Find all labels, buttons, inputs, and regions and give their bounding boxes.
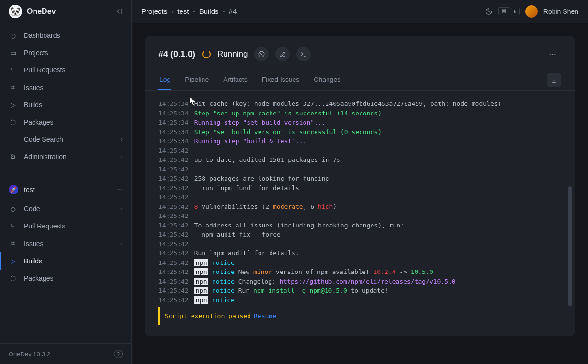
log-timestamp: 14:25:42	[158, 286, 189, 296]
log-timestamp: 14:25:42	[158, 202, 189, 212]
project-nav-code[interactable]: ◇Code›	[0, 200, 131, 217]
tab-pipeline[interactable]: Pipeline	[184, 70, 210, 90]
log-timestamp: 14:25:42	[158, 296, 189, 305]
chevron-right-icon: ›	[121, 240, 123, 247]
user-avatar[interactable]	[525, 5, 538, 18]
log-line: 14:25:42	[158, 165, 561, 174]
build-title: #4 (0.1.0)	[158, 49, 195, 59]
sidebar-item-builds[interactable]: ▷Builds	[0, 96, 131, 114]
terminal-button[interactable]	[296, 47, 311, 61]
crumb-section[interactable]: Builds	[199, 7, 219, 15]
log-text: Run `npm audit` for details.	[194, 249, 299, 258]
crumb-build-id: #4	[229, 7, 237, 15]
keyboard-shortcut-hint[interactable]: ⌘ k	[498, 7, 520, 15]
crumb-project[interactable]: test	[177, 7, 189, 15]
cancel-button[interactable]	[254, 47, 269, 61]
log-timestamp: 14:25:34	[158, 99, 189, 109]
build-header: #4 (0.1.0) Running ⋯	[145, 36, 575, 70]
collapse-sidebar-icon[interactable]	[114, 7, 123, 16]
log-timestamp: 14:25:34	[158, 118, 189, 127]
log-timestamp: 14:25:42	[158, 221, 189, 230]
tab-artifacts[interactable]: Artifacts	[222, 70, 249, 90]
log-line: 14:25:42	[158, 239, 561, 249]
project-nav-packages[interactable]: ⬡Packages	[0, 270, 131, 287]
project-more-icon[interactable]: ⋯	[117, 186, 123, 193]
crumb-projects[interactable]: Projects	[141, 7, 167, 15]
more-actions-button[interactable]: ⋯	[544, 47, 561, 61]
crumb-sep: •	[223, 7, 225, 15]
log-line: 14:25:42npm notice Run npm install -g np…	[158, 286, 561, 296]
log-timestamp: 14:25:42	[158, 193, 189, 202]
log-text: Step "set build version" is successful (…	[194, 127, 382, 137]
version-label: OneDev 10.3.2	[9, 351, 50, 358]
log-line: 14:25:42 run `npm fund` for details	[158, 183, 561, 193]
log-line: 14:25:42npm notice	[158, 258, 561, 268]
nav-label: Code	[24, 205, 40, 213]
main: Projects › test • Builds • #4 ⌘ k Robin …	[132, 0, 588, 364]
log-text: Hit cache (key: node_modules_327...2405a…	[194, 99, 502, 109]
nav-label: Dashboards	[24, 32, 60, 39]
log-timestamp: 14:25:34	[158, 109, 189, 118]
sidebar-item-administration[interactable]: ⚙Administration›	[0, 148, 131, 165]
chevron-right-icon: ›	[121, 136, 123, 143]
project-nav-issues[interactable]: ⌗Issues›	[0, 235, 131, 252]
log-line: 14:25:42npm notice Changelog: https://gi…	[158, 277, 561, 286]
key-cmd: ⌘	[498, 7, 509, 15]
log-text: Running step "build & test"...	[194, 136, 307, 146]
sidebar-item-packages[interactable]: ⬡Packages	[0, 114, 131, 131]
help-icon[interactable]: ?	[114, 350, 123, 358]
sidebar-item-projects[interactable]: ▭Projects	[0, 44, 131, 61]
log-line: 14:25:42up to date, audited 1561 package…	[158, 155, 561, 165]
theme-toggle-icon[interactable]	[485, 8, 493, 15]
project-header[interactable]: 🚀 test ⋯	[0, 179, 131, 200]
key-k: k	[511, 8, 520, 15]
log-text: npm audit fix --force	[194, 230, 281, 239]
log-line: 14:25:42To address all issues (including…	[158, 221, 561, 230]
resume-link[interactable]: Resume	[254, 312, 276, 319]
edit-button[interactable]	[275, 47, 290, 61]
log-text: 258 packages are looking for funding	[194, 174, 329, 183]
sidebar-item-pull-requests[interactable]: ⑂Pull Requests	[0, 61, 131, 79]
nav-label: Code Search	[24, 136, 63, 143]
project-nav-builds[interactable]: ▷Builds	[0, 252, 131, 270]
log-timestamp: 14:25:42	[158, 165, 189, 174]
nav-label: Packages	[24, 274, 53, 282]
log-line: 14:25:42npm notice New minor version of …	[158, 267, 561, 277]
log-timestamp: 14:25:42	[158, 277, 189, 286]
log-timestamp: 14:25:42	[158, 230, 189, 239]
nav-icon: ▷	[9, 101, 17, 109]
project-icon: 🚀	[9, 185, 18, 194]
log-timestamp: 14:25:42	[158, 249, 189, 258]
tab-log[interactable]: Log	[158, 70, 171, 90]
scrollbar[interactable]	[568, 186, 572, 306]
nav-icon: ⌗	[9, 83, 17, 91]
log-timestamp: 14:25:34	[158, 127, 189, 137]
project-nav-pull-requests[interactable]: ⑂Pull Requests	[0, 217, 131, 235]
sidebar-item-issues[interactable]: ⌗Issues	[0, 79, 131, 96]
download-log-button[interactable]	[547, 73, 561, 87]
tab-changes[interactable]: Changes	[313, 70, 341, 90]
log-line: 14:25:34Step "set up npm cache" is succe…	[158, 109, 561, 118]
sidebar-header: 🐼 OneDev	[0, 0, 131, 23]
nav-icon: ⬡	[9, 118, 17, 126]
build-tabs: LogPipelineArtifactsFixed IssuesChanges	[145, 70, 575, 91]
chevron-right-icon: ›	[171, 7, 173, 15]
log-text: npm notice New minor version of npm avai…	[194, 267, 433, 277]
nav-label: Issues	[24, 240, 43, 248]
log-text: Step "set up npm cache" is successful (1…	[194, 109, 382, 118]
log-line: 14:25:34Running step "build & test"...	[158, 136, 561, 146]
paused-banner: Script execution pausedResume	[158, 307, 561, 325]
sidebar-item-code-search[interactable]: Code Search›	[0, 131, 131, 148]
tab-fixed-issues[interactable]: Fixed Issues	[261, 70, 301, 90]
log-line: 14:25:42258 packages are looking for fun…	[158, 174, 561, 183]
nav-divider	[0, 172, 131, 172]
logo-icon: 🐼	[9, 5, 22, 18]
global-nav: ◷Dashboards▭Projects⑂Pull Requests⌗Issue…	[0, 23, 131, 169]
log-output[interactable]: 14:25:34Hit cache (key: node_modules_327…	[145, 91, 575, 336]
spinner-icon	[202, 50, 211, 58]
sidebar-item-dashboards[interactable]: ◷Dashboards	[0, 27, 131, 44]
log-timestamp: 14:25:42	[158, 239, 189, 249]
log-text: up to date, audited 1561 packages in 7s	[194, 155, 340, 165]
log-timestamp: 14:25:42	[158, 155, 189, 165]
user-name[interactable]: Robin Shen	[543, 8, 578, 15]
